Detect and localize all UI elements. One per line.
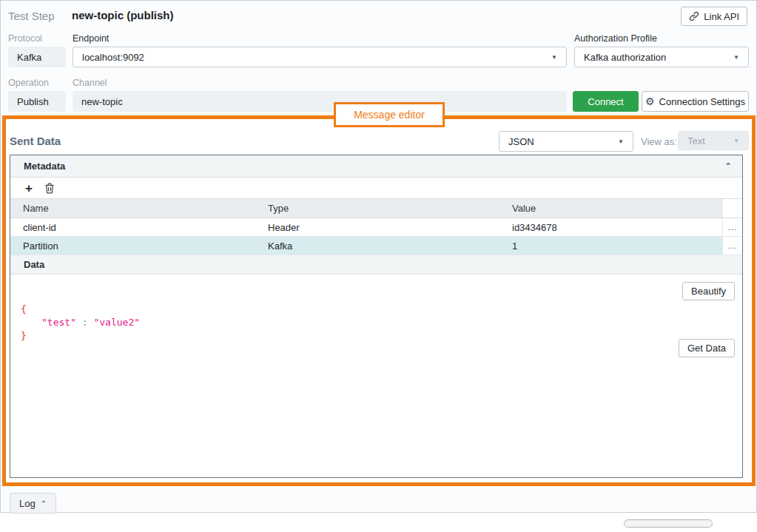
link-icon xyxy=(689,11,699,21)
metadata-table-header: Name Type Value xyxy=(10,199,742,218)
column-header-value: Value xyxy=(502,199,723,218)
table-row[interactable]: client-id Header id3434678 ... xyxy=(10,218,742,237)
operation-field: Publish xyxy=(8,91,66,112)
beautify-button[interactable]: Beautify xyxy=(682,282,735,300)
link-api-label: Link API xyxy=(704,11,739,22)
chevron-down-icon: ▼ xyxy=(733,138,739,144)
add-row-icon[interactable]: + xyxy=(25,182,33,195)
data-title: Data xyxy=(24,259,44,270)
column-header-type: Type xyxy=(259,199,502,218)
expand-value-button[interactable]: ... xyxy=(723,237,742,255)
cell-value[interactable]: 1 xyxy=(502,237,723,255)
protocol-field: Kafka xyxy=(8,47,66,67)
chevron-down-icon: ▼ xyxy=(618,138,624,145)
chevron-down-icon: ▼ xyxy=(551,54,557,61)
chevron-down-icon: ▼ xyxy=(733,54,739,61)
message-editor-annotation-label: Message editor xyxy=(334,102,445,127)
endpoint-dropdown[interactable]: localhost:9092 ▼ xyxy=(73,47,567,67)
table-row-selected[interactable]: Partition Kafka 1 ... xyxy=(10,237,742,255)
message-editor-panel: Metadata ⌃ + Name Type Value xyxy=(10,155,743,478)
chevron-up-icon: ⌃ xyxy=(41,499,47,508)
authorization-profile-label: Authorization Profile xyxy=(574,33,657,44)
connection-settings-button[interactable]: ⚙ Connection Settings xyxy=(642,91,749,112)
app-window: Test Step new-topic (publish) Link API P… xyxy=(0,0,757,532)
gear-icon: ⚙ xyxy=(645,96,655,107)
log-tab[interactable]: Log ⌃ xyxy=(10,493,56,514)
horizontal-scrollbar-thumb[interactable] xyxy=(624,519,713,528)
protocol-label: Protocol xyxy=(8,33,42,44)
json-code[interactable]: { "test" : "value2" } xyxy=(21,303,140,343)
cell-name[interactable]: client-id xyxy=(10,218,259,236)
data-section-header: Data xyxy=(10,255,742,275)
endpoint-label: Endpoint xyxy=(73,33,109,44)
operation-label: Operation xyxy=(8,78,49,88)
metadata-toolbar: + xyxy=(10,178,742,199)
column-header-more xyxy=(723,199,742,218)
authorization-profile-dropdown[interactable]: Kafka authorization ▼ xyxy=(574,47,749,67)
connection-settings-label: Connection Settings xyxy=(659,96,745,107)
format-dropdown[interactable]: JSON ▼ xyxy=(499,131,633,152)
collapse-chevron-up-icon[interactable]: ⌃ xyxy=(724,161,732,172)
metadata-title: Metadata xyxy=(24,161,65,172)
test-step-editor: Test Step new-topic (publish) Link API P… xyxy=(0,0,757,513)
format-value: JSON xyxy=(508,136,534,147)
view-as-label: View as: xyxy=(641,136,677,147)
cell-value[interactable]: id3434678 xyxy=(502,218,723,236)
expand-value-button[interactable]: ... xyxy=(723,218,742,236)
code-line: { xyxy=(21,303,140,316)
authorization-profile-value: Kafka authorization xyxy=(584,52,666,63)
cell-type[interactable]: Header xyxy=(259,218,502,236)
channel-label: Channel xyxy=(73,78,107,88)
test-step-title: new-topic (publish) xyxy=(72,9,173,21)
cell-name[interactable]: Partition xyxy=(10,237,259,255)
view-as-value: Text xyxy=(687,135,705,147)
code-line: } xyxy=(21,329,140,343)
code-line: "test" : "value2" xyxy=(21,316,140,329)
delete-row-icon[interactable] xyxy=(44,183,55,194)
channel-field[interactable]: new-topic xyxy=(73,91,567,112)
log-label: Log xyxy=(19,498,36,509)
test-step-label: Test Step xyxy=(8,10,55,22)
get-data-button[interactable]: Get Data xyxy=(679,339,735,357)
link-api-button[interactable]: Link API xyxy=(681,7,747,26)
sent-data-title: Sent Data xyxy=(10,135,61,147)
column-header-name: Name xyxy=(10,199,259,218)
data-editor-area[interactable]: Beautify { "test" : "value2" } Get Data xyxy=(10,275,742,477)
endpoint-value: localhost:9092 xyxy=(82,52,144,63)
connect-button[interactable]: Connect xyxy=(573,91,639,112)
cell-type[interactable]: Kafka xyxy=(259,237,502,255)
metadata-section-header: Metadata ⌃ xyxy=(10,155,742,178)
view-as-dropdown-disabled: Text ▼ xyxy=(678,131,749,150)
